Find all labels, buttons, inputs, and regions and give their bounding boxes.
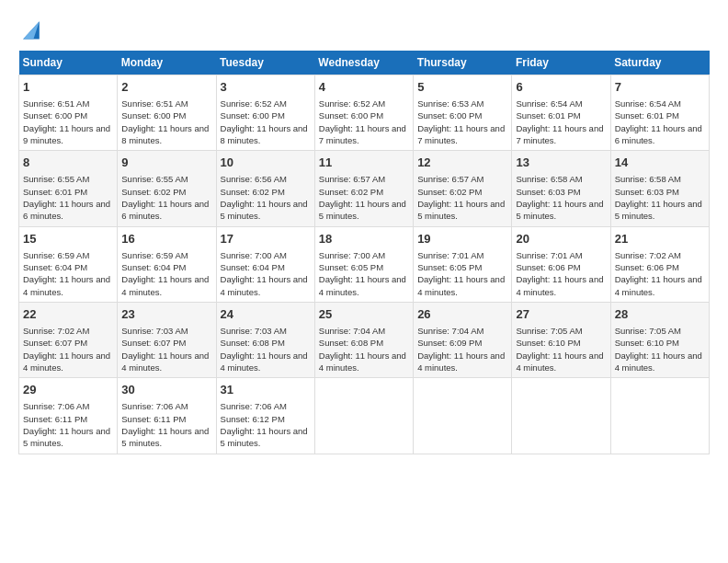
day-number: 14 <box>615 155 705 171</box>
calendar-cell: 5Sunrise: 6:53 AMSunset: 6:00 PMDaylight… <box>414 75 512 150</box>
daylight-text: Daylight: 11 hours and 6 minutes. <box>121 199 209 221</box>
sunrise-text: Sunrise: 6:52 AM <box>221 98 287 109</box>
sunset-text: Sunset: 6:00 PM <box>417 110 482 121</box>
sunrise-text: Sunrise: 7:02 AM <box>23 326 89 336</box>
day-number: 12 <box>417 155 507 171</box>
sunset-text: Sunset: 6:05 PM <box>417 262 482 272</box>
sunrise-text: Sunrise: 7:04 AM <box>417 326 483 336</box>
daylight-text: Daylight: 11 hours and 4 minutes. <box>23 274 110 296</box>
sunset-text: Sunset: 6:08 PM <box>221 338 285 348</box>
day-number: 24 <box>221 306 311 323</box>
col-header-wednesday: Wednesday <box>314 51 413 75</box>
col-header-thursday: Thursday <box>414 51 512 75</box>
col-header-tuesday: Tuesday <box>216 51 314 75</box>
sunset-text: Sunset: 6:02 PM <box>221 187 285 197</box>
calendar-cell: 23Sunrise: 7:03 AMSunset: 6:07 PMDayligh… <box>118 302 216 377</box>
sunset-text: Sunset: 6:01 PM <box>615 110 679 121</box>
calendar-cell: 26Sunrise: 7:04 AMSunset: 6:09 PMDayligh… <box>414 302 512 377</box>
day-number: 28 <box>615 306 705 323</box>
day-number: 13 <box>516 155 606 171</box>
daylight-text: Daylight: 11 hours and 4 minutes. <box>516 274 603 296</box>
sunrise-text: Sunrise: 6:56 AM <box>221 174 287 184</box>
day-number: 4 <box>319 79 409 96</box>
calendar-cell: 30Sunrise: 7:06 AMSunset: 6:11 PMDayligh… <box>118 378 216 454</box>
calendar-cell: 19Sunrise: 7:01 AMSunset: 6:05 PMDayligh… <box>414 226 512 302</box>
sunset-text: Sunset: 6:10 PM <box>615 338 679 348</box>
day-number: 31 <box>221 382 311 398</box>
sunset-text: Sunset: 6:08 PM <box>319 338 383 348</box>
daylight-text: Daylight: 11 hours and 7 minutes. <box>417 123 505 145</box>
day-number: 17 <box>221 231 311 247</box>
sunrise-text: Sunrise: 6:51 AM <box>23 98 89 109</box>
sunrise-text: Sunrise: 7:02 AM <box>615 250 681 260</box>
day-number: 26 <box>417 306 507 323</box>
daylight-text: Daylight: 11 hours and 4 minutes. <box>417 350 505 373</box>
calendar-week-row: 1Sunrise: 6:51 AMSunset: 6:00 PMDaylight… <box>19 75 710 150</box>
calendar-cell: 13Sunrise: 6:58 AMSunset: 6:03 PMDayligh… <box>512 151 610 226</box>
daylight-text: Daylight: 11 hours and 4 minutes. <box>121 350 209 373</box>
sunrise-text: Sunrise: 6:59 AM <box>23 250 89 260</box>
daylight-text: Daylight: 11 hours and 4 minutes. <box>221 274 308 296</box>
sunrise-text: Sunrise: 6:55 AM <box>121 174 188 184</box>
day-number: 30 <box>121 382 211 398</box>
daylight-text: Daylight: 11 hours and 4 minutes. <box>615 350 702 373</box>
day-number: 23 <box>121 306 211 323</box>
calendar-cell: 7Sunrise: 6:54 AMSunset: 6:01 PMDaylight… <box>610 75 709 150</box>
sunset-text: Sunset: 6:01 PM <box>23 187 87 197</box>
day-number: 18 <box>319 231 409 247</box>
calendar-cell: 14Sunrise: 6:58 AMSunset: 6:03 PMDayligh… <box>610 151 709 226</box>
calendar-cell: 6Sunrise: 6:54 AMSunset: 6:01 PMDaylight… <box>512 75 610 150</box>
calendar-cell: 3Sunrise: 6:52 AMSunset: 6:00 PMDaylight… <box>216 75 314 150</box>
calendar-cell: 29Sunrise: 7:06 AMSunset: 6:11 PMDayligh… <box>19 378 118 454</box>
sunset-text: Sunset: 6:00 PM <box>121 110 186 121</box>
sunrise-text: Sunrise: 7:00 AM <box>319 250 385 260</box>
sunrise-text: Sunrise: 6:57 AM <box>319 174 385 184</box>
calendar-cell <box>414 378 512 454</box>
page-header <box>18 18 710 41</box>
daylight-text: Daylight: 11 hours and 7 minutes. <box>516 123 603 145</box>
sunset-text: Sunset: 6:10 PM <box>516 338 580 348</box>
daylight-text: Daylight: 11 hours and 4 minutes. <box>615 274 702 296</box>
sunset-text: Sunset: 6:00 PM <box>23 110 87 121</box>
day-number: 16 <box>121 231 211 247</box>
calendar-cell: 16Sunrise: 6:59 AMSunset: 6:04 PMDayligh… <box>118 226 216 302</box>
sunrise-text: Sunrise: 7:06 AM <box>221 401 287 411</box>
calendar-cell: 22Sunrise: 7:02 AMSunset: 6:07 PMDayligh… <box>19 302 118 377</box>
sunrise-text: Sunrise: 7:01 AM <box>516 250 582 260</box>
daylight-text: Daylight: 11 hours and 5 minutes. <box>319 199 406 221</box>
calendar-cell: 31Sunrise: 7:06 AMSunset: 6:12 PMDayligh… <box>216 378 314 454</box>
day-number: 10 <box>221 155 311 171</box>
sunrise-text: Sunrise: 6:57 AM <box>417 174 483 184</box>
calendar-week-row: 15Sunrise: 6:59 AMSunset: 6:04 PMDayligh… <box>19 226 710 302</box>
sunset-text: Sunset: 6:04 PM <box>23 262 87 272</box>
calendar-cell: 20Sunrise: 7:01 AMSunset: 6:06 PMDayligh… <box>512 226 610 302</box>
daylight-text: Daylight: 11 hours and 4 minutes. <box>221 350 308 373</box>
calendar-cell: 11Sunrise: 6:57 AMSunset: 6:02 PMDayligh… <box>314 151 413 226</box>
daylight-text: Daylight: 11 hours and 5 minutes. <box>221 199 308 221</box>
day-number: 22 <box>23 306 113 323</box>
calendar-week-row: 29Sunrise: 7:06 AMSunset: 6:11 PMDayligh… <box>19 378 710 454</box>
calendar-cell: 2Sunrise: 6:51 AMSunset: 6:00 PMDaylight… <box>118 75 216 150</box>
calendar-cell: 17Sunrise: 7:00 AMSunset: 6:04 PMDayligh… <box>216 226 314 302</box>
daylight-text: Daylight: 11 hours and 9 minutes. <box>23 123 110 145</box>
day-number: 15 <box>23 231 113 247</box>
calendar-cell <box>512 378 610 454</box>
daylight-text: Daylight: 11 hours and 4 minutes. <box>516 350 603 373</box>
daylight-text: Daylight: 11 hours and 6 minutes. <box>615 123 702 145</box>
sunrise-text: Sunrise: 6:54 AM <box>615 98 681 109</box>
sunset-text: Sunset: 6:02 PM <box>417 187 482 197</box>
sunset-text: Sunset: 6:02 PM <box>121 187 186 197</box>
sunset-text: Sunset: 6:00 PM <box>319 110 383 121</box>
sunset-text: Sunset: 6:11 PM <box>23 414 87 424</box>
sunset-text: Sunset: 6:12 PM <box>221 414 285 424</box>
sunset-text: Sunset: 6:02 PM <box>319 187 383 197</box>
daylight-text: Daylight: 11 hours and 7 minutes. <box>319 123 406 145</box>
calendar-week-row: 8Sunrise: 6:55 AMSunset: 6:01 PMDaylight… <box>19 151 710 226</box>
sunrise-text: Sunrise: 7:03 AM <box>221 326 287 336</box>
day-number: 9 <box>121 155 211 171</box>
calendar-week-row: 22Sunrise: 7:02 AMSunset: 6:07 PMDayligh… <box>19 302 710 377</box>
calendar-cell: 15Sunrise: 6:59 AMSunset: 6:04 PMDayligh… <box>19 226 118 302</box>
daylight-text: Daylight: 11 hours and 5 minutes. <box>23 426 110 448</box>
day-number: 19 <box>417 231 507 247</box>
sunset-text: Sunset: 6:03 PM <box>615 187 679 197</box>
